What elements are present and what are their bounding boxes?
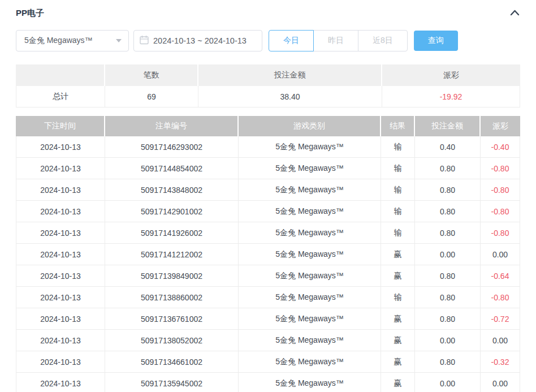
bet-amount-cell: 0.80: [415, 158, 481, 179]
summary-header-payout: 派彩: [382, 64, 520, 86]
bet-time-cell: 2024-10-13: [16, 201, 105, 222]
order-id-cell: 50917138052002: [105, 330, 239, 351]
game-select[interactable]: 5金兔 Megaways™: [16, 30, 129, 51]
bet-amount-cell: 0.00: [415, 373, 481, 392]
bet-time-cell: 2024-10-13: [16, 308, 105, 330]
query-button[interactable]: 查询: [414, 31, 458, 51]
panel-header: PP电子: [16, 8, 520, 19]
bet-amount-cell: 0.40: [415, 136, 481, 158]
order-id-cell: 50917135945002: [105, 373, 239, 392]
game-type-cell: 5金兔 Megaways™: [239, 308, 381, 330]
result-cell: 输: [381, 201, 415, 222]
result-cell: 输: [381, 158, 415, 179]
game-select-value: 5金兔 Megaways™: [24, 36, 93, 46]
summary-header-blank: [16, 64, 105, 86]
order-id-cell: 50917134661002: [105, 351, 239, 373]
table-row: 2024-10-13509171398490025金兔 Megaways™赢0.…: [16, 265, 520, 287]
game-type-cell: 5金兔 Megaways™: [239, 136, 381, 158]
records-header-order-id: 注单编号: [105, 116, 239, 136]
chevron-down-icon: [116, 39, 122, 42]
date-range-value: 2024-10-13 ~ 2024-10-13: [153, 36, 247, 45]
table-row: 2024-10-13509171429010025金兔 Megaways™输0.…: [16, 201, 520, 222]
game-type-cell: 5金兔 Megaways™: [239, 330, 381, 351]
game-type-cell: 5金兔 Megaways™: [239, 351, 381, 373]
payout-cell: 0.00: [481, 244, 520, 265]
bet-amount-cell: 0.80: [415, 265, 481, 287]
game-type-cell: 5金兔 Megaways™: [239, 287, 381, 308]
bet-time-cell: 2024-10-13: [16, 222, 105, 244]
bet-time-cell: 2024-10-13: [16, 351, 105, 373]
order-id-cell: 50917141926002: [105, 222, 239, 244]
result-cell: 赢: [381, 330, 415, 351]
result-cell: 赢: [381, 308, 415, 330]
records-header-result: 结果: [381, 116, 415, 136]
records-header-payout: 派彩: [481, 116, 520, 136]
summary-total-row: 总计 69 38.40 -19.92: [16, 86, 520, 107]
date-range-input[interactable]: 2024-10-13 ~ 2024-10-13: [133, 30, 262, 51]
result-cell: 输: [381, 136, 415, 158]
result-cell: 赢: [381, 373, 415, 392]
payout-cell: 0.00: [481, 330, 520, 351]
bet-time-cell: 2024-10-13: [16, 158, 105, 179]
records-header-bet-amount: 投注金额: [415, 116, 481, 136]
panel-title: PP电子: [16, 8, 44, 19]
table-row: 2024-10-13509171462930025金兔 Megaways™输0.…: [16, 136, 520, 158]
result-cell: 赢: [381, 351, 415, 373]
order-id-cell: 50917143848002: [105, 179, 239, 201]
order-id-cell: 50917144854002: [105, 158, 239, 179]
result-cell: 输: [381, 179, 415, 201]
game-type-cell: 5金兔 Megaways™: [239, 201, 381, 222]
result-cell: 输: [381, 287, 415, 308]
table-row: 2024-10-13509171380520025金兔 Megaways™赢0.…: [16, 330, 520, 351]
game-type-cell: 5金兔 Megaways™: [239, 244, 381, 265]
table-row: 2024-10-13509171412120025金兔 Megaways™赢0.…: [16, 244, 520, 265]
records-table: 下注时间 注单编号 游戏类别 结果 投注金额 派彩 2024-10-135091…: [16, 116, 520, 392]
order-id-cell: 50917146293002: [105, 136, 239, 158]
records-header-game-type: 游戏类别: [239, 116, 381, 136]
bet-time-cell: 2024-10-13: [16, 136, 105, 158]
bet-amount-cell: 0.80: [415, 308, 481, 330]
order-id-cell: 50917136761002: [105, 308, 239, 330]
today-button[interactable]: 今日: [269, 30, 314, 51]
order-id-cell: 50917139849002: [105, 265, 239, 287]
payout-cell: -0.32: [481, 351, 520, 373]
payout-cell: -0.40: [481, 136, 520, 158]
summary-table-header: 笔数 投注金额 派彩: [16, 64, 520, 86]
game-type-cell: 5金兔 Megaways™: [239, 265, 381, 287]
bet-time-cell: 2024-10-13: [16, 373, 105, 392]
game-type-cell: 5金兔 Megaways™: [239, 222, 381, 244]
table-row: 2024-10-13509171388600025金兔 Megaways™输0.…: [16, 287, 520, 308]
payout-cell: -0.80: [481, 158, 520, 179]
quick-date-button-group: 今日 昨日 近8日: [269, 30, 408, 51]
payout-cell: -0.72: [481, 308, 520, 330]
result-cell: 输: [381, 222, 415, 244]
last-8-days-button[interactable]: 近8日: [358, 30, 408, 51]
table-row: 2024-10-13509171448540025金兔 Megaways™输0.…: [16, 158, 520, 179]
bet-time-cell: 2024-10-13: [16, 179, 105, 201]
bet-amount-cell: 0.80: [415, 287, 481, 308]
bet-time-cell: 2024-10-13: [16, 244, 105, 265]
pp-games-panel: PP电子 5金兔 Megaways™ 2024-10-: [0, 0, 536, 392]
order-id-cell: 50917142901002: [105, 201, 239, 222]
bet-amount-cell: 0.80: [415, 222, 481, 244]
table-row: 2024-10-13509171346610025金兔 Megaways™赢0.…: [16, 351, 520, 373]
bet-amount-cell: 0.80: [415, 351, 481, 373]
summary-total-label: 总计: [16, 86, 105, 107]
table-row: 2024-10-13509171419260025金兔 Megaways™输0.…: [16, 222, 520, 244]
table-row: 2024-10-13509171438480025金兔 Megaways™输0.…: [16, 179, 520, 201]
chevron-up-icon: [509, 8, 520, 19]
yesterday-button[interactable]: 昨日: [313, 30, 358, 51]
records-header-bet-time: 下注时间: [16, 116, 105, 136]
game-type-cell: 5金兔 Megaways™: [239, 158, 381, 179]
collapse-button[interactable]: [509, 8, 520, 19]
payout-cell: -0.80: [481, 179, 520, 201]
calendar-icon: [140, 35, 153, 46]
table-row: 2024-10-13509171367610025金兔 Megaways™赢0.…: [16, 308, 520, 330]
result-cell: 赢: [381, 265, 415, 287]
bet-time-cell: 2024-10-13: [16, 330, 105, 351]
bet-amount-cell: 0.80: [415, 179, 481, 201]
summary-header-count: 笔数: [105, 64, 198, 86]
payout-cell: -0.64: [481, 265, 520, 287]
filter-controls: 5金兔 Megaways™ 2024-10-13 ~ 2024-10-13 今日…: [16, 30, 520, 51]
table-row: 2024-10-13509171359450025金兔 Megaways™赢0.…: [16, 373, 520, 392]
